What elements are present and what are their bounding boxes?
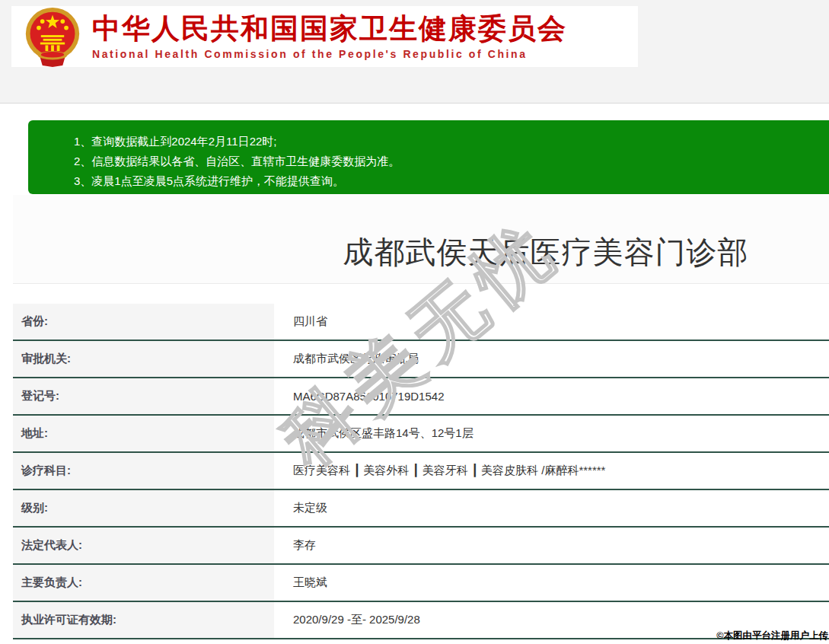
- china-national-emblem-icon: [24, 6, 81, 67]
- row-label: 主要负责人:: [13, 565, 274, 601]
- row-value: MA6CD87A851010719D1542: [274, 378, 829, 414]
- license-detail-table: 省份: 四川省 审批机关: 成都市武侯区行政审批局 登记号: MA6CD87A8…: [13, 304, 829, 639]
- site-title-english: National Health Commission of the People…: [92, 48, 567, 60]
- query-notice-box: 1、查询数据截止到2024年2月11日22时; 2、信息数据结果以各省、自治区、…: [28, 120, 829, 194]
- site-title-chinese: 中华人民共和国国家卫生健康委员会: [92, 14, 567, 44]
- row-label: 诊疗科目:: [13, 453, 274, 489]
- row-label: 地址:: [13, 416, 274, 451]
- row-value: 王晓斌: [274, 565, 829, 601]
- table-row-legal-representative: 法定代表人: 李存: [13, 528, 829, 565]
- row-label: 省份:: [13, 304, 274, 340]
- row-label: 登记号:: [13, 378, 274, 414]
- row-value: 成都市武侯区盛丰路14号、12号1层: [274, 416, 829, 451]
- row-value: 四川省: [274, 304, 829, 340]
- table-row-license-validity-period: 执业许可证有效期: 2020/9/29 -至- 2025/9/28: [13, 602, 829, 639]
- table-row-level: 级别: 未定级: [13, 490, 829, 528]
- notice-line-1: 1、查询数据截止到2024年2月11日22时;: [74, 132, 829, 151]
- row-label: 法定代表人:: [13, 528, 274, 563]
- row-value: 医疗美容科 ┃ 美容外科 ┃ 美容牙科 ┃ 美容皮肤科 /麻醉科******: [274, 453, 829, 489]
- header-band: 中华人民共和国国家卫生健康委员会 National Health Commiss…: [0, 0, 829, 104]
- header-titles: 中华人民共和国国家卫生健康委员会 National Health Commiss…: [92, 14, 567, 60]
- table-row-approval-authority: 审批机关: 成都市武侯区行政审批局: [13, 341, 829, 378]
- image-upload-copyright-note: ©本图由平台注册用户上传: [716, 630, 828, 642]
- row-label: 执业许可证有效期:: [13, 602, 274, 638]
- row-label: 级别:: [13, 490, 274, 526]
- table-row-registration-number: 登记号: MA6CD87A851010719D1542: [13, 378, 829, 416]
- organization-name: 成都武侯天后医疗美容门诊部: [343, 231, 749, 273]
- row-value: 成都市武侯区行政审批局: [274, 341, 829, 377]
- table-row-address: 地址: 成都市武侯区盛丰路14号、12号1层: [13, 416, 829, 453]
- notice-line-3: 3、凌晨1点至凌晨5点系统进行维护，不能提供查询。: [74, 171, 829, 191]
- notice-line-2: 2、信息数据结果以各省、自治区、直辖市卫生健康委数据为准。: [74, 151, 829, 171]
- license-query-page: 中华人民共和国国家卫生健康委员会 National Health Commiss…: [0, 0, 829, 644]
- row-value: 未定级: [274, 490, 829, 526]
- site-logo-block: 中华人民共和国国家卫生健康委员会 National Health Commiss…: [11, 6, 638, 67]
- row-label: 审批机关:: [13, 341, 274, 377]
- table-row-main-responsible-person: 主要负责人: 王晓斌: [13, 565, 829, 602]
- table-row-medical-subjects: 诊疗科目: 医疗美容科 ┃ 美容外科 ┃ 美容牙科 ┃ 美容皮肤科 /麻醉科**…: [13, 453, 829, 490]
- table-row-province: 省份: 四川省: [13, 304, 829, 341]
- row-value: 李存: [274, 528, 829, 563]
- organization-title-section: 成都武侯天后医疗美容门诊部: [13, 195, 829, 284]
